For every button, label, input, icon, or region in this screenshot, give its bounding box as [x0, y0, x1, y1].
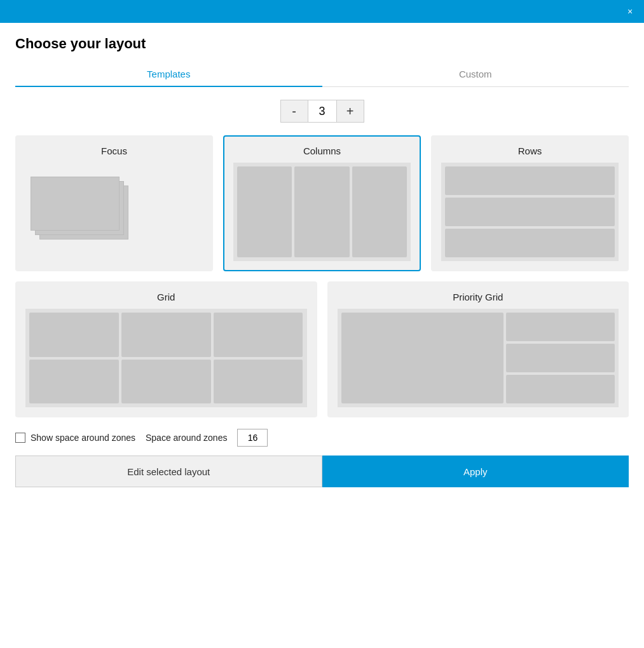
layouts-grid-bottom: Grid Priority Grid — [15, 281, 629, 417]
columns-preview — [233, 163, 411, 261]
col-pane-1 — [237, 166, 292, 257]
focus-stack — [31, 177, 132, 240]
priority-right-panes — [506, 313, 615, 403]
show-space-checkbox[interactable] — [15, 433, 25, 443]
layout-card-focus[interactable]: Focus — [15, 135, 213, 271]
layout-focus-label: Focus — [25, 145, 203, 156]
row-pane-2 — [445, 198, 615, 226]
tab-custom[interactable]: Custom — [322, 62, 629, 86]
priority-preview — [338, 309, 619, 407]
tabs-container: Templates Custom — [15, 62, 629, 87]
space-input[interactable] — [237, 429, 268, 447]
layout-card-columns[interactable]: Columns — [223, 135, 421, 271]
priority-right-pane-3 — [506, 375, 615, 403]
row-pane-1 — [445, 166, 615, 195]
counter-value: 3 — [308, 100, 336, 123]
space-around-label: Space around zones — [146, 433, 227, 443]
show-space-label: Show space around zones — [31, 433, 135, 443]
footer-buttons: Edit selected layout Apply — [15, 456, 629, 487]
layout-rows-label: Rows — [441, 145, 619, 156]
layout-card-rows[interactable]: Rows — [431, 135, 629, 271]
grid-pane-2 — [121, 313, 211, 357]
grid-pane-5 — [121, 360, 211, 404]
close-button[interactable]: × — [622, 4, 638, 19]
grid-pane-1 — [29, 313, 119, 357]
focus-preview — [25, 163, 203, 245]
dialog-title: Choose your layout — [15, 36, 629, 52]
priority-right-pane-2 — [506, 344, 615, 372]
decrement-button[interactable]: - — [280, 100, 308, 123]
dialog-content: Choose your layout Templates Custom - 3 … — [0, 23, 644, 487]
col-pane-2 — [294, 166, 349, 257]
title-bar: × — [0, 0, 644, 23]
layout-columns-label: Columns — [233, 145, 411, 156]
col-pane-3 — [352, 166, 407, 257]
apply-button[interactable]: Apply — [322, 456, 629, 487]
row-pane-3 — [445, 229, 615, 257]
tab-templates[interactable]: Templates — [15, 62, 322, 87]
priority-right-pane-1 — [506, 313, 615, 341]
rows-preview — [441, 163, 619, 261]
grid-pane-6 — [214, 360, 303, 404]
space-zone-row: Show space around zones Space around zon… — [15, 422, 629, 453]
grid-pane-3 — [214, 313, 303, 357]
grid-pane-4 — [29, 360, 119, 404]
layout-priority-grid-label: Priority Grid — [338, 292, 619, 302]
layout-grid-label: Grid — [25, 292, 307, 302]
edit-layout-button[interactable]: Edit selected layout — [15, 456, 322, 487]
show-space-checkbox-label[interactable]: Show space around zones — [15, 433, 135, 443]
layout-card-priority-grid[interactable]: Priority Grid — [327, 281, 629, 417]
increment-button[interactable]: + — [336, 100, 364, 123]
counter-row: - 3 + — [15, 100, 629, 123]
grid-preview — [25, 309, 307, 407]
layouts-grid-top: Focus Columns Rows — [15, 135, 629, 271]
focus-rect-front — [31, 177, 120, 231]
priority-left-pane — [341, 313, 504, 403]
layout-card-grid[interactable]: Grid — [15, 281, 317, 417]
